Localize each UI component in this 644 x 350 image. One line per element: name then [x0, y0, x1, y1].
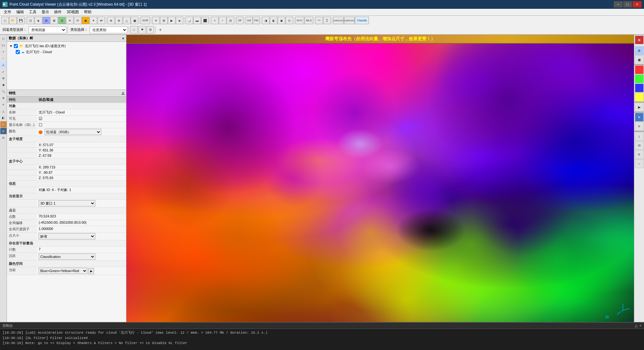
rs-n-button[interactable]: N: [635, 122, 644, 131]
menu-file[interactable]: 文件: [1, 9, 14, 15]
ls-menu-button[interactable]: ≡: [0, 101, 7, 108]
ls-auto-button[interactable]: A: [0, 62, 7, 68]
rs-play-button[interactable]: ▶: [635, 103, 644, 112]
tb2-square-button[interactable]: □: [130, 26, 138, 34]
tb-bar-button[interactable]: ▬: [193, 17, 201, 24]
rs-close-button[interactable]: ⊗: [635, 36, 644, 44]
tree-cloud-checkbox[interactable]: [16, 50, 20, 54]
tb-mesh-button[interactable]: ⊞: [160, 17, 168, 24]
tb-save-button[interactable]: 💾: [17, 17, 25, 24]
tb-mode-button[interactable]: ◈: [176, 17, 183, 24]
props-scroll-area[interactable]: 特性 状态/取值 对象 名称 北川飞行 - Cloud 可见: [7, 97, 126, 322]
tb-run-button[interactable]: ▶: [168, 17, 175, 24]
close-button[interactable]: ×: [633, 1, 641, 8]
tb-plus-button[interactable]: +: [211, 17, 219, 24]
ls-tri-button[interactable]: △: [0, 108, 7, 114]
ls-move-button[interactable]: ⊕: [0, 75, 7, 81]
colorscale-select[interactable]: Blue>Green>Yellow>Red: [39, 268, 87, 274]
tb-measure-button[interactable]: ✦: [90, 17, 97, 24]
ls-back-button[interactable]: B: [0, 128, 7, 134]
tree-file-item[interactable]: ▼ 📁 北川飞行.las (D:/桌面文件): [8, 43, 125, 49]
rs-color1-button[interactable]: [635, 65, 644, 74]
restore-button[interactable]: □: [623, 1, 632, 8]
tb-caruso1-button[interactable]: CARUSO: [333, 17, 344, 24]
rs-zoom-button[interactable]: ↕: [635, 132, 644, 141]
display-window-select[interactable]: 3D 窗口 1: [39, 200, 95, 206]
tb-chart-button[interactable]: 📊: [186, 17, 193, 24]
tb-wave-button[interactable]: 〜: [315, 17, 323, 24]
class-select[interactable]: 任意类别: [90, 26, 127, 33]
display-name-checkbox[interactable]: [39, 123, 42, 127]
ls-arrow-button[interactable]: ↙: [0, 68, 7, 75]
tb-minus2-button[interactable]: ⊟: [227, 17, 234, 24]
ls-minus-button[interactable]: −: [0, 55, 7, 62]
rs-pan-button[interactable]: ↔: [635, 159, 644, 168]
visible-checkbox[interactable]: [39, 117, 42, 121]
ls-target-button[interactable]: ◎: [0, 134, 7, 141]
tb-minus-button[interactable]: −: [219, 17, 226, 24]
tb-caruso2-button[interactable]: CARUSO: [344, 17, 355, 24]
rs-add-button[interactable]: ⊕: [635, 46, 644, 55]
minimize-button[interactable]: −: [614, 1, 623, 8]
tb-filter-button[interactable]: ◈: [35, 17, 42, 24]
menu-edit[interactable]: 编辑: [14, 9, 26, 15]
rs-grid-button[interactable]: ▣: [635, 55, 644, 64]
tb-circle2-button[interactable]: ⊙: [286, 17, 293, 24]
tb-new-button[interactable]: ◻: [1, 17, 9, 24]
ls-half-button[interactable]: ◧: [0, 115, 7, 121]
rs-color2-button[interactable]: [635, 74, 644, 83]
console-collapse-button[interactable]: △: [635, 324, 637, 328]
tb-sphere-button[interactable]: ◉: [278, 17, 285, 24]
colorscale-edit-button[interactable]: ▶: [88, 268, 94, 274]
point-size-select[interactable]: 缺省: [39, 233, 95, 239]
menu-plugins[interactable]: 插件: [52, 9, 64, 15]
tree-cloud-item[interactable]: ☁ 北川飞行 - Cloud: [8, 49, 125, 55]
return-type-select[interactable]: 所有回波: [29, 26, 66, 33]
tb-nc-button[interactable]: N+C: [295, 17, 304, 24]
ls-close-button[interactable]: ⊗: [0, 95, 7, 101]
data-panel-close[interactable]: ×: [122, 36, 124, 40]
tb-segment-button[interactable]: ⊞: [42, 17, 50, 24]
console-body[interactable]: [10:35:28] [LoD] Acceleration structure …: [0, 329, 644, 350]
tb-mls-button[interactable]: MLS: [304, 17, 313, 24]
props-panel-collapse[interactable]: △: [122, 91, 124, 95]
ls-front-button[interactable]: F: [0, 121, 7, 128]
rs-color3-button[interactable]: [635, 84, 644, 92]
tb-open-button[interactable]: 📂: [9, 17, 17, 24]
tb2-add-button[interactable]: +: [157, 26, 164, 33]
ls-search-button[interactable]: 🔍: [0, 88, 7, 95]
menu-display[interactable]: 显示: [39, 9, 52, 15]
scalar-active-select[interactable]: Classification: [39, 254, 95, 260]
tb-cut-button[interactable]: ✕: [66, 17, 74, 24]
tb-crop-button[interactable]: ⊠: [50, 17, 58, 24]
tb-fm-button[interactable]: FM: [253, 17, 260, 24]
color-select[interactable]: 红绿蓝（RGB）: [45, 129, 101, 135]
tb-cross-button[interactable]: ✛: [152, 17, 160, 24]
rs-rotate-button[interactable]: ⟲: [635, 141, 644, 150]
menu-3dview[interactable]: 3D视图: [64, 9, 81, 15]
tb-kd-button[interactable]: Kd: [246, 17, 253, 24]
tb-merge-button[interactable]: ⊟: [58, 17, 66, 24]
ls-plus-button[interactable]: +: [0, 49, 7, 55]
tb-grid-button[interactable]: ▣: [131, 17, 138, 24]
tree-file-checkbox[interactable]: [14, 44, 18, 48]
ls-11-button[interactable]: 1:1: [0, 42, 7, 48]
view-canvas[interactable]: x y z 30: [126, 44, 634, 322]
tb-sf-button[interactable]: SF: [236, 17, 243, 24]
tb-select-button[interactable]: ⊡: [27, 17, 34, 24]
tb-triangle-button[interactable]: △: [123, 17, 130, 24]
console-close-button[interactable]: ×: [640, 324, 641, 327]
tb-black-button[interactable]: ⬛: [201, 17, 209, 24]
rs-color4-button[interactable]: [635, 93, 644, 101]
tb-clone-button[interactable]: ⟳: [74, 17, 81, 24]
tb-remove-button[interactable]: ⊗: [115, 17, 123, 24]
menu-tools[interactable]: 工具: [26, 9, 39, 15]
tb-add-button[interactable]: ⊕: [107, 17, 115, 24]
tb-half2-button[interactable]: ◐: [270, 17, 277, 24]
menu-help[interactable]: 帮助: [81, 9, 94, 15]
ls-new-button[interactable]: ◻: [0, 36, 7, 42]
tb2-settings-button[interactable]: ⚙: [147, 26, 154, 34]
tb-swap-button[interactable]: ⇄: [97, 17, 105, 24]
tb-sor-button[interactable]: SOR: [141, 17, 150, 24]
rs-b-button[interactable]: B: [635, 113, 644, 122]
